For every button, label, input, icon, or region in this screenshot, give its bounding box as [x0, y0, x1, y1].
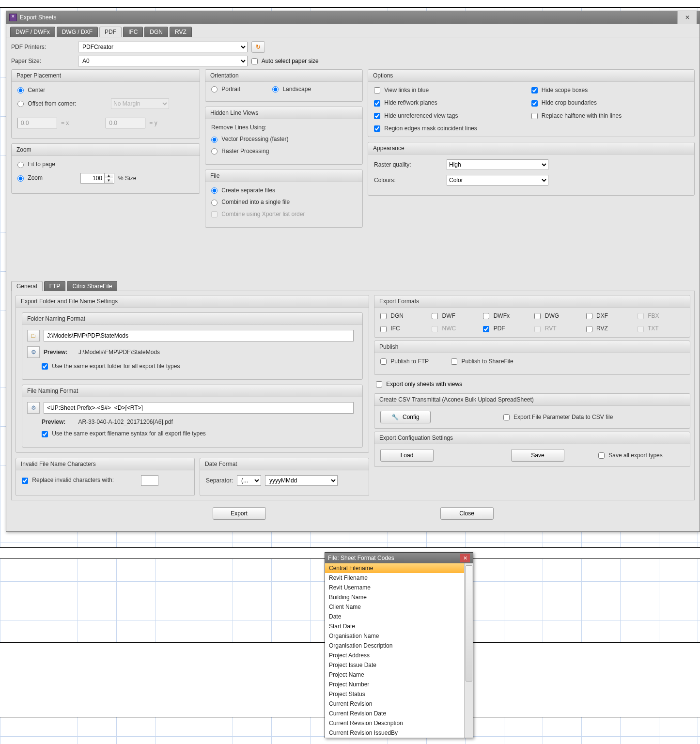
popup-titlebar[interactable]: File: Sheet Format Codes ✕: [325, 553, 473, 563]
paper-size-label: Paper Size:: [11, 58, 74, 64]
opt-halftone[interactable]: Replace halftone with thin lines: [531, 112, 689, 119]
tab-ifc[interactable]: IFC: [123, 27, 143, 37]
format-code-item[interactable]: Project Status: [325, 689, 473, 699]
format-code-item[interactable]: Project Issue Date: [325, 660, 473, 670]
portrait-radio[interactable]: Portrait: [211, 86, 240, 93]
format-nwc: NWC: [432, 325, 478, 332]
popup-close-icon[interactable]: ✕: [460, 554, 470, 562]
app-icon: [9, 14, 17, 21]
format-code-item[interactable]: Project Number: [325, 680, 473, 689]
format-code-item[interactable]: Revit Username: [325, 583, 473, 592]
publish-ftp-check[interactable]: Publish to FTP: [380, 358, 429, 365]
format-dgn[interactable]: DGN: [380, 312, 427, 319]
format-rvz[interactable]: RVZ: [586, 325, 633, 332]
opt-crop[interactable]: Hide crop boundaries: [531, 99, 689, 106]
raster-quality-select[interactable]: High: [447, 159, 548, 170]
opt-unref[interactable]: Hide unreferenced view tags: [374, 112, 531, 119]
zoom-radio[interactable]: Zoom: [17, 174, 43, 181]
tab-dgn[interactable]: DGN: [144, 27, 168, 37]
browse-folder-button[interactable]: 🗀: [27, 330, 40, 341]
same-filename-check[interactable]: Use the same export filename syntax for …: [42, 430, 206, 437]
pdf-printers-label: PDF Printers:: [11, 44, 74, 50]
format-code-item[interactable]: Revit Filename: [325, 573, 473, 583]
export-button[interactable]: Export: [213, 507, 266, 520]
save-button[interactable]: Save: [511, 449, 564, 462]
popup-title: File: Sheet Format Codes: [328, 555, 460, 561]
create-separate-radio[interactable]: Create separate files: [211, 187, 275, 194]
tab-citrix[interactable]: Citrix ShareFile: [67, 281, 117, 291]
center-radio[interactable]: Center: [17, 87, 45, 93]
offset-y-input: [106, 118, 145, 128]
fit-radio[interactable]: Fit to page: [17, 161, 55, 168]
offset-radio[interactable]: Offset from corner:: [17, 100, 76, 107]
tab-dwf[interactable]: DWF / DWFx: [10, 27, 55, 37]
filename-format-button[interactable]: ⚙: [27, 402, 40, 414]
opt-links[interactable]: View links in blue: [374, 87, 531, 93]
margin-select: No Margin: [111, 98, 169, 109]
format-code-item[interactable]: Client Name: [325, 602, 473, 612]
tab-pdf[interactable]: PDF: [99, 27, 122, 37]
folder-preview-button[interactable]: ⚙: [27, 346, 40, 358]
replace-char-input[interactable]: [141, 475, 158, 486]
tab-dwg[interactable]: DWG / DXF: [57, 27, 98, 37]
load-button[interactable]: Load: [380, 449, 434, 462]
window-title: Export Sheets: [20, 14, 56, 21]
format-code-item[interactable]: Central Filename: [325, 563, 473, 573]
titlebar[interactable]: Export Sheets ✕: [6, 11, 700, 24]
format-code-item[interactable]: Current Revision: [325, 699, 473, 709]
paper-placement-title: Paper Placement: [12, 70, 200, 82]
format-fbx: FBX: [638, 312, 684, 319]
raster-radio[interactable]: Raster Processing: [211, 148, 269, 155]
format-dxf[interactable]: DXF: [586, 312, 633, 319]
format-code-item[interactable]: Current Revision IssuedBy: [325, 728, 473, 738]
close-button[interactable]: Close: [440, 507, 494, 520]
tab-rvz[interactable]: RVZ: [170, 27, 192, 37]
format-dwf[interactable]: DWF: [432, 312, 478, 319]
format-code-item[interactable]: Project Name: [325, 670, 473, 680]
export-param-csv-check[interactable]: Export File Parameter Data to CSV file: [503, 414, 613, 420]
format-code-item[interactable]: Current Revision Description: [325, 718, 473, 728]
pdf-printer-select[interactable]: PDFCreator: [78, 42, 248, 52]
popup-scrollbar[interactable]: [464, 563, 473, 738]
publish-sharefile-check[interactable]: Publish to ShareFile: [451, 358, 513, 365]
tab-general[interactable]: General: [11, 281, 43, 291]
refresh-icon: ↻: [256, 44, 261, 50]
separator-select[interactable]: (...: [237, 475, 261, 486]
save-all-types-check[interactable]: Save all export types: [598, 452, 663, 459]
same-folder-check[interactable]: Use the same export folder for all expor…: [42, 363, 180, 370]
close-icon[interactable]: ✕: [677, 11, 697, 24]
replace-invalid-check[interactable]: Replace invalid characters with:: [22, 477, 114, 483]
format-dwfx[interactable]: DWFx: [483, 312, 529, 319]
landscape-radio[interactable]: Landscape: [272, 86, 311, 93]
opt-region[interactable]: Region edges mask coincident lines: [374, 125, 531, 132]
refresh-printers-button[interactable]: ↻: [251, 41, 265, 53]
filename-format-input[interactable]: [44, 402, 354, 414]
opt-scope[interactable]: Hide scope boxes: [531, 87, 689, 93]
format-code-item[interactable]: Organisation Name: [325, 631, 473, 641]
tab-ftp[interactable]: FTP: [44, 281, 66, 291]
format-code-item[interactable]: Building Name: [325, 592, 473, 602]
zoom-spinner[interactable]: ▲▼: [80, 173, 114, 184]
opt-ref[interactable]: Hide ref/work planes: [374, 99, 531, 106]
format-code-item[interactable]: Current Revision Date: [325, 709, 473, 718]
format-dwg[interactable]: DWG: [534, 312, 581, 319]
appearance-title: Appearance: [368, 142, 694, 155]
format-pdf[interactable]: PDF: [483, 325, 529, 332]
format-code-item[interactable]: Project Address: [325, 651, 473, 660]
format-code-item[interactable]: Organisation Description: [325, 641, 473, 651]
combine-xporter-check: Combine using Xporter list order: [211, 211, 305, 217]
format-code-item[interactable]: Date: [325, 612, 473, 621]
paper-size-select[interactable]: A0: [78, 56, 248, 66]
csv-config-button[interactable]: 🔧Config: [380, 411, 431, 423]
export-only-views-check[interactable]: Export only sheets with views: [376, 381, 462, 388]
vector-radio[interactable]: Vector Processing (faster): [211, 136, 288, 142]
colours-select[interactable]: Color: [447, 175, 548, 186]
auto-select-paper[interactable]: Auto select paper size: [251, 58, 319, 64]
format-codes-popup: File: Sheet Format Codes ✕ Central Filen…: [325, 552, 473, 738]
format-ifc[interactable]: IFC: [380, 325, 427, 332]
folder-path-input[interactable]: [44, 330, 354, 341]
format-code-item[interactable]: Start Date: [325, 621, 473, 631]
combined-radio[interactable]: Combined into a single file: [211, 199, 290, 205]
date-format-select[interactable]: yyyyMMdd: [265, 475, 338, 486]
gear-icon: ⚙: [31, 349, 36, 356]
